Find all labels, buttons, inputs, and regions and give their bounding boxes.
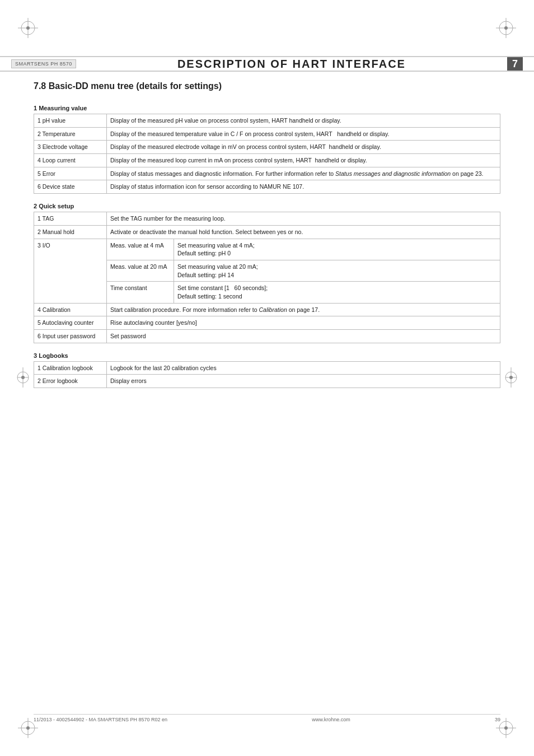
table-row: 5 Error Display of status messages and d… [34,167,500,180]
row-desc: Display of the measured electrode voltag… [107,141,500,154]
row-name: 6 Device state [34,180,107,194]
table-row: 2 Error logbook Display errors [34,375,500,388]
row-desc: Set the TAG number for the measuring loo… [107,212,500,226]
corner-mark-tr [495,17,517,39]
row-name: 6 Input user password [34,330,107,343]
table-row: 6 Device state Display of status informa… [34,180,500,194]
side-mark-left [17,366,29,390]
row-name: 2 Manual hold [34,225,107,239]
subsection-label-1: 1 Measuring value [34,105,500,111]
row-desc: Display of status messages and diagnosti… [107,167,500,180]
table-row: 2 Manual hold Activate or deactivate the… [34,225,500,239]
table-row: 1 pH value Display of the measured pH va… [34,114,500,128]
table-row: 1 TAG Set the TAG number for the measuri… [34,212,500,226]
svg-point-19 [21,376,25,379]
row-name: 5 Error [34,167,107,180]
row-name-empty [34,282,107,303]
svg-point-11 [26,726,30,730]
row-desc: Logbook for the last 20 calibration cycl… [107,361,500,375]
table-row: Meas. value at 20 mA Set measuring value… [34,260,500,281]
measuring-value-table: 1 pH value Display of the measured pH va… [34,114,500,194]
row-desc: Rise autoclaving counter [yes/no] [107,316,500,330]
row-name: 5 Autoclaving counter [34,316,107,330]
row-sub-label: Time constant [107,282,174,303]
row-desc: Display errors [107,375,500,388]
footer-center: www.krohne.com [312,717,350,722]
row-desc: Display of the measured loop current in … [107,154,500,167]
logbooks-table: 1 Calibration logbook Logbook for the la… [34,361,500,388]
footer-right: 39 [495,717,500,722]
table-row: 5 Autoclaving counter Rise autoclaving c… [34,316,500,330]
corner-mark-tl [17,17,39,39]
row-desc: Start calibration procedure. For more in… [107,303,500,316]
table-row: 2 Temperature Display of the measured te… [34,127,500,141]
row-desc: Set password [107,330,500,343]
table-row: 3 Electrode voltage Display of the measu… [34,141,500,154]
svg-point-23 [509,376,513,379]
row-name: 3 I/O [34,239,107,260]
row-name: 4 Loop current [34,154,107,167]
table-row: 6 Input user password Set password [34,330,500,343]
row-desc: Display of status information icon for s… [107,180,500,194]
table-row: 1 Calibration logbook Logbook for the la… [34,361,500,375]
header-bar: SMARTSENS PH 8570 DESCRIPTION OF HART IN… [0,56,534,72]
footer: 11/2013 - 4002544902 - MA SMARTSENS PH 8… [34,714,500,722]
header-title: DESCRIPTION OF HART INTERFACE [76,58,507,71]
footer-left: 11/2013 - 4002544902 - MA SMARTSENS PH 8… [34,717,167,722]
section-heading: 7.8 Basic-DD menu tree (details for sett… [34,81,500,94]
row-name: 1 TAG [34,212,107,226]
quick-setup-table: 1 TAG Set the TAG number for the measuri… [34,212,500,343]
table-row: 4 Loop current Display of the measured l… [34,154,500,167]
subsection-label-2: 2 Quick setup [34,203,500,209]
row-name: 1 Calibration logbook [34,361,107,375]
row-sub-label: Meas. value at 4 mA [107,239,174,260]
row-sub-label: Meas. value at 20 mA [107,260,174,281]
row-name: 2 Temperature [34,127,107,141]
svg-point-7 [504,26,508,30]
header-page-num: 7 [507,57,523,71]
row-name: 3 Electrode voltage [34,141,107,154]
row-sub-value: Set measuring value at 20 mA;Default set… [174,260,500,281]
table-row: Time constant Set time constant [1 60 se… [34,282,500,303]
subsection-label-3: 3 Logbooks [34,352,500,359]
table-row: 3 I/O Meas. value at 4 mA Set measuring … [34,239,500,260]
svg-point-15 [504,726,508,730]
row-desc: Activate or deactivate the manual hold f… [107,225,500,239]
row-name: 1 pH value [34,114,107,128]
row-sub-value: Set time constant [1 60 seconds];Default… [174,282,500,303]
side-mark-right [505,366,517,390]
row-name: 4 Calibration [34,303,107,316]
header-brand: SMARTSENS PH 8570 [11,59,76,68]
row-sub-value: Set measuring value at 4 mA;Default sett… [174,239,500,260]
main-content: 7.8 Basic-DD menu tree (details for sett… [34,81,500,390]
table-row: 4 Calibration Start calibration procedur… [34,303,500,316]
svg-point-3 [26,26,30,30]
row-desc: Display of the measured temperature valu… [107,127,500,141]
row-name-empty [34,260,107,281]
row-name: 2 Error logbook [34,375,107,388]
row-desc: Display of the measured pH value on proc… [107,114,500,128]
